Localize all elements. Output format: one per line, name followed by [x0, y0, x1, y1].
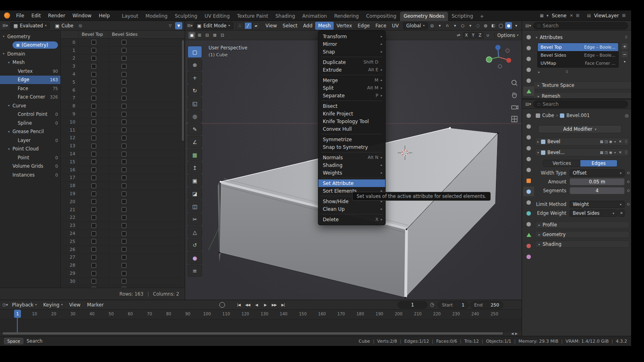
properties-tab-physics[interactable] [523, 208, 534, 218]
properties-tab-object-data[interactable] [523, 230, 534, 240]
menubar-edit[interactable]: Edit [28, 10, 44, 21]
checkbox-bevel-sides[interactable] [122, 72, 126, 77]
checkbox-bevel-top[interactable] [91, 183, 96, 188]
viewport-menu-add[interactable]: Add [300, 22, 315, 30]
checkbox-bevel-top[interactable] [91, 40, 96, 45]
checkbox-bevel-top[interactable] [91, 144, 96, 148]
mode-selector[interactable]: ▣ Edit Mode ▾ [194, 22, 233, 29]
tool-bevel[interactable]: ◪ [188, 187, 202, 200]
jump-to-start-button[interactable]: |◀ [235, 301, 243, 309]
menu-item-shading[interactable]: Shading▸ [318, 161, 385, 169]
mirror-icon[interactable]: ⇌ [455, 32, 462, 39]
checkbox-bevel-sides[interactable] [122, 104, 126, 109]
proportional-dropdown-icon[interactable]: ▾ [467, 22, 474, 29]
menubar-window[interactable]: Window [69, 10, 95, 21]
unlink-scene-icon[interactable]: ✕ [569, 13, 574, 18]
menu-item-snap-to-symmetry[interactable]: Snap to Symmetry [318, 143, 385, 151]
checkbox-bevel-top[interactable] [91, 128, 96, 132]
checkbox-bevel-top[interactable] [91, 191, 96, 196]
column-header-bevel-sides[interactable]: Bevel Sides [109, 31, 139, 38]
properties-tab-material[interactable] [523, 241, 534, 251]
checkbox-bevel-sides[interactable] [122, 167, 126, 172]
checkbox-bevel-top[interactable] [91, 112, 96, 117]
mirror-y-button[interactable]: Y [470, 32, 477, 39]
menu-item-split[interactable]: SplitAlt M▸ [318, 84, 385, 92]
checkbox-bevel-sides[interactable] [122, 152, 126, 156]
checkbox-bevel-sides[interactable] [122, 56, 126, 61]
remove-attribute-button[interactable]: − [621, 51, 628, 58]
checkbox-bevel-top[interactable] [91, 263, 96, 268]
menu-item-transform[interactable]: Transform▸ [318, 33, 385, 40]
checkbox-bevel-sides[interactable] [122, 159, 126, 164]
texture-space-panel[interactable]: ▸ Texture Space [534, 81, 631, 89]
workspace-tab-animation[interactable]: Animation [299, 12, 330, 21]
selected-vertex-dot[interactable] [449, 127, 451, 129]
transform-pivot-icon[interactable]: ◎ [429, 22, 436, 29]
next-keyframe-button[interactable]: ▶▶ [270, 301, 278, 309]
checkbox-bevel-top[interactable] [91, 215, 96, 220]
timeline-body[interactable] [0, 319, 522, 332]
viewport-menu-mesh[interactable]: Mesh [315, 22, 334, 30]
menu-item-symmetrize[interactable]: Symmetrize [318, 136, 385, 143]
tree-item-point-cloud[interactable]: ▾Point Cloud [0, 145, 60, 154]
add-workspace-button[interactable]: + [477, 12, 487, 21]
tree-item-spline[interactable]: Spline0 [0, 119, 60, 128]
delete-modifier-icon[interactable]: ✕ [618, 150, 623, 154]
workspace-tab-modeling[interactable]: Modeling [142, 12, 171, 21]
axis-x-handle[interactable] [506, 58, 511, 63]
workspace-tab-shading[interactable]: Shading [272, 12, 299, 21]
checkbox-bevel-sides[interactable] [122, 255, 126, 260]
pan-hand-icon[interactable] [510, 91, 518, 99]
editor-type-icon[interactable]: ⊞▾ [187, 23, 192, 28]
breadcrumb-modifier[interactable]: Bevel.001 [566, 113, 590, 118]
scene-dropdown-icon[interactable]: ▾ [546, 13, 549, 18]
attribute-row-uvmap[interactable]: UVMapFace Corner ... [538, 59, 618, 67]
menu-item-delete[interactable]: DeleteX▸ [318, 216, 385, 223]
tree-item-face-corner[interactable]: Face Corner326 [0, 93, 60, 102]
tree-item-edge[interactable]: Edge163 [0, 76, 60, 84]
tree-item-vertex[interactable]: Vertex90 [0, 67, 60, 76]
auto-keying-button[interactable] [219, 302, 225, 308]
checkbox-bevel-sides[interactable] [122, 80, 126, 84]
checkbox-bevel-top[interactable] [91, 96, 96, 101]
selected-vertex-dot[interactable] [220, 181, 221, 183]
checkbox-bevel-top[interactable] [91, 223, 96, 228]
properties-tab-render[interactable] [523, 121, 534, 131]
tool-knife[interactable]: ✂ [188, 213, 202, 225]
properties-tab-output[interactable] [523, 132, 534, 142]
checkbox-bevel-top[interactable] [91, 271, 96, 276]
properties-tab-output[interactable] [523, 54, 534, 64]
snap-dropdown-icon[interactable]: ▾ [452, 22, 458, 29]
checkbox-bevel-top[interactable] [91, 104, 96, 109]
tree-item-control-point[interactable]: Control Point0 [0, 110, 60, 119]
pin-icon[interactable]: ◎ [625, 113, 629, 118]
orientation-selector[interactable]: Global ▾ [403, 22, 428, 29]
select-extend-icon[interactable]: ⊞ [196, 32, 203, 39]
checkbox-bevel-sides[interactable] [122, 88, 126, 93]
checkbox-bevel-top[interactable] [91, 80, 96, 84]
menu-item-duplicate[interactable]: DuplicateShift D [318, 58, 385, 66]
checkbox-bevel-top[interactable] [91, 279, 96, 284]
properties-tab-scene[interactable] [523, 154, 534, 164]
viewport-menu-select[interactable]: Select [280, 22, 300, 30]
checkbox-bevel-top[interactable] [91, 175, 96, 180]
menu-item-knife-topology-tool[interactable]: Knife Topology Tool [318, 117, 385, 125]
proportional-editing-icon[interactable]: ○ [459, 22, 466, 29]
attribute-specials-button[interactable]: ▾ [621, 59, 628, 64]
checkbox-bevel-sides[interactable] [122, 175, 126, 180]
timeline-ruler[interactable]: 1020304050607080901001101201301401501601… [0, 310, 522, 319]
checkbox-bevel-sides[interactable] [122, 128, 126, 132]
play-reverse-button[interactable]: ◀ [252, 301, 260, 309]
attributes-panel-header[interactable]: ▾ Attributes ⠿ [536, 34, 628, 41]
viewport-menu-vertex[interactable]: Vertex [334, 22, 355, 30]
tool-cursor[interactable]: ⊕ [188, 59, 202, 71]
face-select-mode-button[interactable]: ▰ [252, 22, 260, 29]
width-type-field[interactable]: Offset▾ [570, 169, 625, 177]
menu-item-bisect[interactable]: Bisect [318, 102, 385, 110]
show-render-toggle-icon[interactable]: ◉ [609, 140, 612, 144]
tool-extrude-region[interactable]: ↥ [188, 162, 202, 174]
blender-logo-icon[interactable] [4, 12, 10, 19]
limit-method-field[interactable]: Weight▾ [570, 201, 625, 208]
vertex-dot[interactable] [497, 132, 499, 134]
new-scene-icon[interactable]: ⊞ [575, 13, 580, 18]
